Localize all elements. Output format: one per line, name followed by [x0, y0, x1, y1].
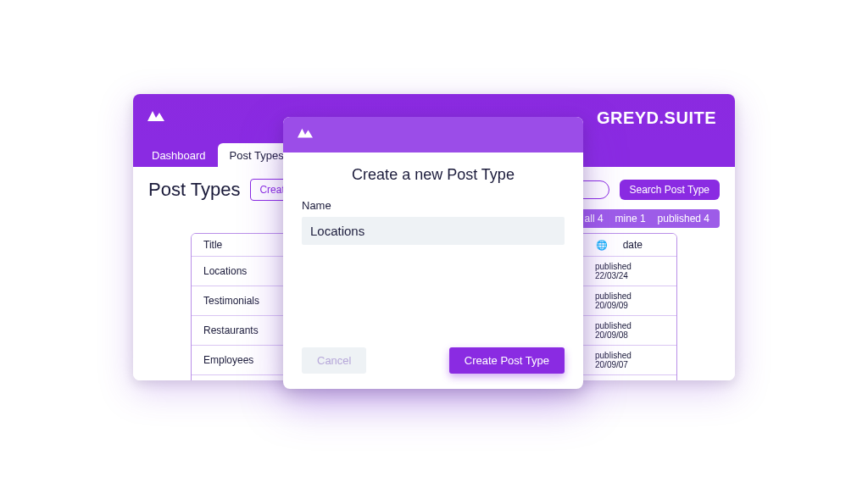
cancel-button[interactable]: Cancel	[302, 347, 366, 374]
modal-footer: Cancel Create Post Type	[283, 336, 583, 389]
page-title: Post Types	[148, 179, 240, 201]
modal-body: Create a new Post Type Name	[283, 152, 583, 336]
filter-published[interactable]: published 4	[658, 213, 709, 225]
name-field-label: Name	[302, 199, 565, 212]
tab-dashboard[interactable]: Dashboard	[140, 143, 218, 167]
footer-status: 🌐 date	[583, 375, 676, 381]
brand-name: GREYD.SUITE	[597, 108, 716, 128]
col-status-header: 🌐 date	[583, 234, 676, 257]
filter-mine[interactable]: mine 1	[615, 213, 646, 225]
brand-logo-icon	[295, 127, 315, 142]
col-date-header[interactable]: date	[623, 239, 643, 251]
row-status: published 20/09/08	[583, 316, 676, 346]
filters-pill: all 4 mine 1 published 4	[575, 209, 720, 228]
search-button[interactable]: Search Post Type	[620, 180, 721, 200]
create-post-type-button[interactable]: Create Post Type	[449, 347, 565, 374]
brand-logo-icon	[145, 109, 167, 126]
modal-title: Create a new Post Type	[302, 166, 565, 184]
create-post-type-modal: Create a new Post Type Name Cancel Creat…	[283, 117, 583, 389]
row-status: published 20/09/09	[583, 286, 676, 316]
filter-all[interactable]: all 4	[585, 213, 604, 225]
name-field-input[interactable]	[302, 217, 565, 245]
modal-header	[283, 117, 583, 152]
globe-icon: 🌐	[595, 240, 609, 251]
row-status: published 20/09/07	[583, 346, 676, 375]
row-status: published 22/03/24	[583, 257, 676, 286]
